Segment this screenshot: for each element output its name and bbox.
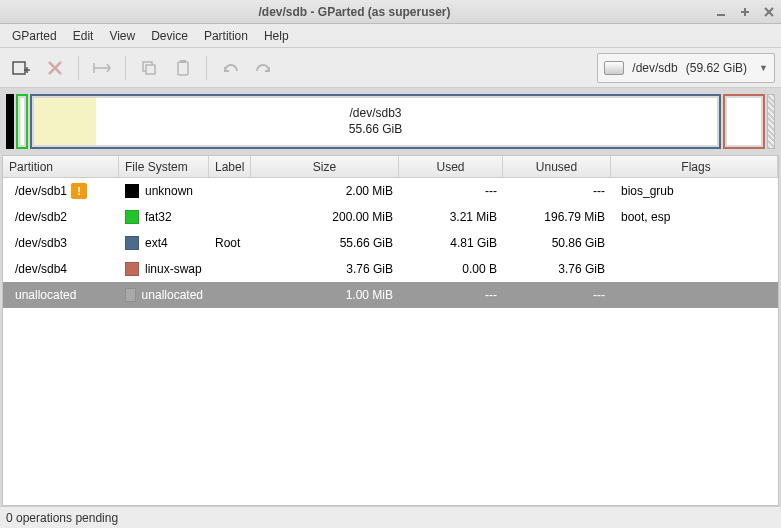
close-button[interactable] — [760, 4, 778, 20]
cell-label — [209, 256, 251, 281]
partition-table: Partition File System Label Size Used Un… — [2, 155, 779, 506]
cell-size: 200.00 MiB — [251, 204, 399, 229]
cell-filesystem: fat32 — [119, 204, 209, 229]
table-row[interactable]: /dev/sdb3ext4Root55.66 GiB4.81 GiB50.86 … — [3, 230, 778, 256]
table-row[interactable]: /dev/sdb4linux-swap3.76 GiB0.00 B3.76 Gi… — [3, 256, 778, 282]
cell-filesystem: ext4 — [119, 230, 209, 255]
map-main-name: /dev/sdb3 — [349, 106, 401, 122]
fs-name: fat32 — [145, 210, 172, 224]
map-sdb1[interactable] — [6, 94, 14, 149]
table-row[interactable]: /dev/sdb1!unknown2.00 MiB------bios_grub — [3, 178, 778, 204]
toolbar-separator — [206, 56, 207, 80]
cell-unused: --- — [503, 178, 611, 203]
menu-device[interactable]: Device — [143, 26, 196, 46]
copy-button — [134, 54, 164, 82]
menu-view[interactable]: View — [101, 26, 143, 46]
titlebar: /dev/sdb - GParted (as superuser) — [0, 0, 781, 24]
fs-color-swatch — [125, 288, 136, 302]
resize-move-button — [87, 54, 117, 82]
cell-label — [209, 282, 251, 307]
col-flags[interactable]: Flags — [611, 156, 778, 177]
cell-used: --- — [399, 178, 503, 203]
cell-size: 3.76 GiB — [251, 256, 399, 281]
svg-rect-5 — [13, 62, 25, 74]
cell-label — [209, 204, 251, 229]
cell-partition: /dev/sdb3 — [3, 230, 119, 255]
paste-icon — [176, 60, 190, 76]
resize-icon — [93, 61, 111, 75]
cell-label: Root — [209, 230, 251, 255]
menu-partition[interactable]: Partition — [196, 26, 256, 46]
cell-flags — [611, 230, 778, 255]
new-partition-button[interactable] — [6, 54, 36, 82]
cell-flags: boot, esp — [611, 204, 778, 229]
status-text: 0 operations pending — [6, 511, 118, 525]
cell-partition: /dev/sdb4 — [3, 256, 119, 281]
table-header: Partition File System Label Size Used Un… — [3, 156, 778, 178]
fs-name: unknown — [145, 184, 193, 198]
cell-used: 4.81 GiB — [399, 230, 503, 255]
chevron-down-icon: ▼ — [759, 63, 768, 73]
cell-unused: 196.79 MiB — [503, 204, 611, 229]
cell-partition: unallocated — [3, 282, 119, 307]
table-body: /dev/sdb1!unknown2.00 MiB------bios_grub… — [3, 178, 778, 505]
cell-label — [209, 178, 251, 203]
cell-size: 55.66 GiB — [251, 230, 399, 255]
col-unused[interactable]: Unused — [503, 156, 611, 177]
maximize-button[interactable] — [736, 4, 754, 20]
cell-partition: /dev/sdb2 — [3, 204, 119, 229]
partition-name: /dev/sdb3 — [15, 236, 67, 250]
cell-flags — [611, 256, 778, 281]
map-sdb4[interactable] — [723, 94, 765, 149]
col-label[interactable]: Label — [209, 156, 251, 177]
table-row[interactable]: /dev/sdb2fat32200.00 MiB3.21 MiB196.79 M… — [3, 204, 778, 230]
svg-rect-14 — [178, 62, 188, 75]
delete-icon — [47, 60, 63, 76]
cell-flags: bios_grub — [611, 178, 778, 203]
cell-unused: --- — [503, 282, 611, 307]
disk-icon — [604, 61, 624, 75]
svg-rect-15 — [180, 60, 186, 63]
col-filesystem[interactable]: File System — [119, 156, 209, 177]
cell-size: 2.00 MiB — [251, 178, 399, 203]
cell-used: 0.00 B — [399, 256, 503, 281]
cell-filesystem: linux-swap — [119, 256, 209, 281]
fs-name: ext4 — [145, 236, 168, 250]
partition-name: /dev/sdb1 — [15, 184, 67, 198]
device-name: /dev/sdb — [632, 61, 677, 75]
cell-filesystem: unallocated — [119, 282, 209, 307]
menubar: GParted Edit View Device Partition Help — [0, 24, 781, 48]
toolbar: /dev/sdb (59.62 GiB) ▼ — [0, 48, 781, 88]
col-partition[interactable]: Partition — [3, 156, 119, 177]
col-used[interactable]: Used — [399, 156, 503, 177]
cell-used: --- — [399, 282, 503, 307]
cell-used: 3.21 MiB — [399, 204, 503, 229]
table-row[interactable]: unallocatedunallocated1.00 MiB------ — [3, 282, 778, 308]
partition-name: unallocated — [15, 288, 76, 302]
svg-rect-13 — [146, 65, 155, 74]
partition-name: /dev/sdb4 — [15, 262, 67, 276]
fs-name: unallocated — [142, 288, 203, 302]
minimize-button[interactable] — [712, 4, 730, 20]
delete-partition-button — [40, 54, 70, 82]
fs-color-swatch — [125, 236, 139, 250]
menu-help[interactable]: Help — [256, 26, 297, 46]
device-selector[interactable]: /dev/sdb (59.62 GiB) ▼ — [597, 53, 775, 83]
toolbar-separator — [125, 56, 126, 80]
fs-color-swatch — [125, 184, 139, 198]
col-size[interactable]: Size — [251, 156, 399, 177]
cell-flags — [611, 282, 778, 307]
map-unallocated[interactable] — [767, 94, 775, 149]
window-title: /dev/sdb - GParted (as superuser) — [0, 5, 709, 19]
partition-map: /dev/sdb3 55.66 GiB — [6, 94, 775, 149]
map-sdb3[interactable]: /dev/sdb3 55.66 GiB — [30, 94, 721, 149]
cell-size: 1.00 MiB — [251, 282, 399, 307]
fs-color-swatch — [125, 210, 139, 224]
undo-icon — [221, 61, 239, 75]
fs-color-swatch — [125, 262, 139, 276]
apply-button — [249, 54, 279, 82]
map-sdb2[interactable] — [16, 94, 28, 149]
menu-gparted[interactable]: GParted — [4, 26, 65, 46]
menu-edit[interactable]: Edit — [65, 26, 102, 46]
toolbar-separator — [78, 56, 79, 80]
